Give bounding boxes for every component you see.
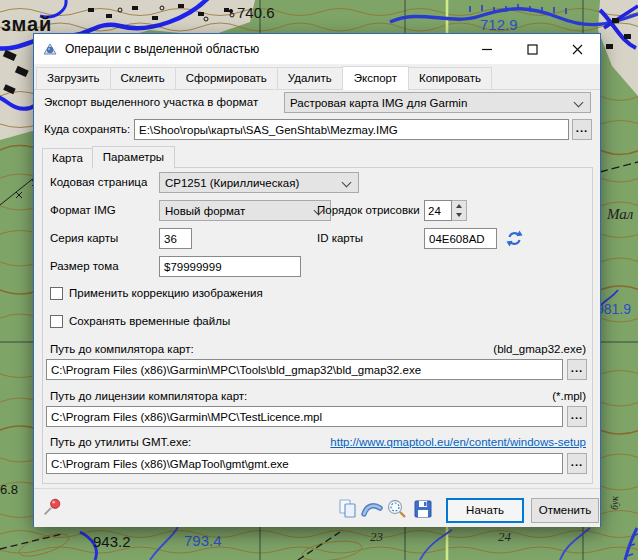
temp-files-checkbox[interactable]	[50, 315, 63, 328]
map-label-793: 793.4	[184, 532, 222, 549]
img-format-label: Формат IMG	[50, 200, 116, 221]
temp-files-checkbox-row: Сохранять временные файлы	[50, 314, 230, 328]
temp-files-checkbox-label: Сохранять временные файлы	[69, 315, 230, 327]
inner-tabstrip: Карта Параметры	[42, 146, 174, 168]
tab-zagruzit[interactable]: Загрузить	[36, 67, 111, 89]
spin-down-icon[interactable]	[456, 213, 462, 217]
save-icon[interactable]	[412, 498, 434, 520]
map-label-town: змай	[1, 13, 52, 35]
tab-udalit[interactable]: Удалить	[277, 67, 343, 89]
licence-path-label: Путь до лицензии компилятора карт:	[50, 389, 247, 403]
spinner-buttons[interactable]	[452, 200, 467, 221]
tab-skleit[interactable]: Склеить	[110, 67, 176, 89]
window-title: Операции с выделенной областью	[65, 42, 259, 56]
volume-size-label: Размер тома	[50, 256, 119, 277]
gmt-path-browse-button[interactable]: ...	[567, 453, 587, 474]
img-format-value: Новый формат	[165, 205, 245, 217]
gmt-path-input[interactable]	[46, 453, 563, 474]
volume-size-input[interactable]	[159, 256, 301, 277]
map-label-981: 981.9	[596, 301, 631, 317]
map-label-943: 943.2	[93, 533, 131, 550]
main-tabstrip: Загрузить Склеить Сформировать Удалить Э…	[34, 64, 600, 90]
gmt-download-link[interactable]: http://www.qmaptool.eu/en/content/window…	[330, 435, 586, 449]
tab-parametry[interactable]: Параметры	[92, 146, 175, 169]
map-label-740: 740.6	[237, 4, 275, 21]
correction-checkbox-label: Применить коррекцию изображения	[69, 287, 263, 299]
maximize-button[interactable]	[510, 34, 555, 64]
licence-path-input[interactable]	[46, 406, 563, 427]
map-grid-23: 23	[370, 529, 384, 544]
zoom-icon[interactable]	[386, 498, 408, 520]
codepage-label: Кодовая страница	[50, 172, 147, 193]
compiler-path-input[interactable]	[46, 359, 563, 380]
minimize-icon	[482, 44, 493, 55]
chevron-down-icon	[574, 98, 584, 108]
maximize-icon	[527, 44, 538, 55]
title-bar[interactable]: Операции с выделенной областью	[34, 34, 600, 64]
start-button[interactable]: Начать	[446, 498, 524, 523]
pin-icon[interactable]	[41, 496, 63, 518]
screen: { "colors": { "accent": "#0078D7", "dial…	[0, 0, 638, 560]
correction-checkbox-row: Применить коррекцию изображения	[50, 286, 263, 300]
export-format-label: Экспорт выделенного участка в формат	[44, 92, 258, 113]
compiler-path-label: Путь до компилятора карт:	[50, 342, 194, 356]
app-icon	[42, 41, 58, 57]
save-path-input[interactable]	[134, 119, 569, 140]
codepage-value: CP1251 (Кириллическая)	[165, 177, 299, 189]
codepage-combobox[interactable]: CP1251 (Кириллическая)	[159, 172, 359, 193]
draw-order-spinner[interactable]	[424, 200, 467, 221]
cancel-button[interactable]: Отменить	[531, 498, 599, 523]
gmt-path-label: Путь до утилиты GMT.exe:	[50, 435, 191, 449]
map-series-label: Серия карты	[50, 228, 118, 249]
tab-sformirovat[interactable]: Сформировать	[175, 67, 278, 89]
path-edit-icon[interactable]	[361, 498, 383, 520]
map-grid-24: 24	[498, 529, 512, 544]
dialog-area-operations: Операции с выделенной областью Загрузить…	[33, 33, 601, 527]
copy-icon[interactable]	[337, 498, 359, 520]
correction-checkbox[interactable]	[50, 287, 63, 300]
close-button[interactable]	[555, 34, 600, 64]
compiler-path-browse-button[interactable]: ...	[567, 359, 587, 380]
map-id-label: ID карты	[317, 228, 363, 249]
export-format-value: Растровая карта IMG для Garmin	[290, 97, 467, 109]
draw-order-label: Порядок отрисовки	[317, 200, 420, 221]
chevron-down-icon	[342, 178, 352, 188]
licence-path-hint: (*.mpl)	[552, 389, 586, 403]
export-format-combobox[interactable]: Растровая карта IMG для Garmin	[284, 92, 591, 113]
map-label-68: 6.8	[0, 482, 18, 497]
map-series-input[interactable]	[159, 228, 192, 249]
tab-karta[interactable]: Карта	[42, 148, 93, 168]
refresh-icon[interactable]	[506, 230, 523, 247]
licence-path-browse-button[interactable]: ...	[567, 406, 587, 427]
map-id-input[interactable]	[424, 228, 497, 249]
tab-eksport[interactable]: Экспорт	[342, 66, 409, 90]
draw-order-input[interactable]	[424, 200, 452, 221]
close-icon	[572, 44, 583, 55]
minimize-button[interactable]	[465, 34, 510, 64]
spin-up-icon[interactable]	[456, 204, 462, 208]
map-label-mal: Мал	[606, 206, 634, 222]
save-path-label: Куда сохранять:	[44, 119, 130, 140]
map-label-buk: бук	[609, 496, 620, 510]
footer-bar: Начать Отменить	[34, 488, 600, 527]
img-format-combobox[interactable]: Новый формат	[159, 200, 331, 221]
compiler-path-hint: (bld_gmap32.exe)	[493, 342, 586, 356]
save-path-browse-button[interactable]: ...	[572, 119, 592, 140]
map-label-712: 712.9	[480, 16, 518, 33]
tab-kopirovat[interactable]: Копировать	[408, 67, 492, 89]
